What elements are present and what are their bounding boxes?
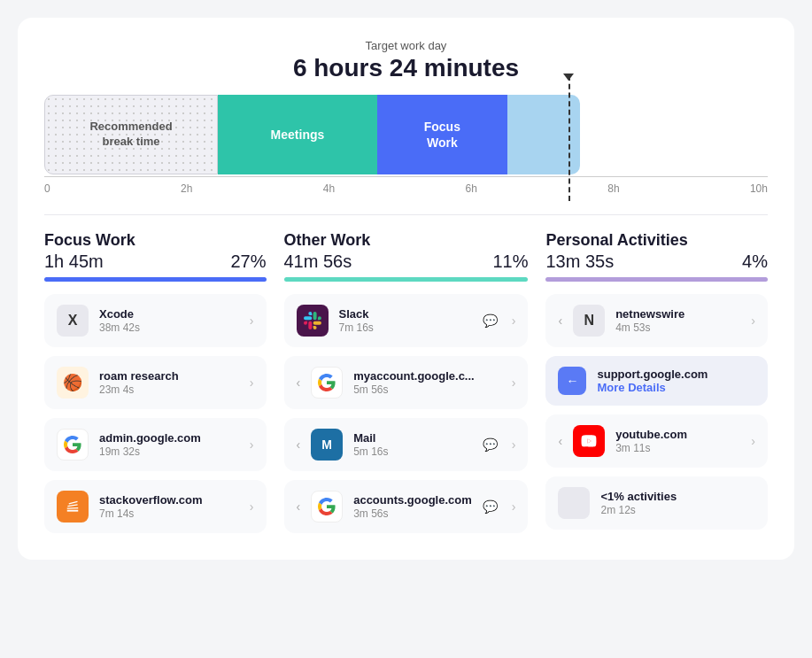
netnewswire-name: netnewswire — [615, 307, 740, 321]
netnewswire-time: 4m 53s — [615, 321, 740, 334]
slack-chat-icon: 💬 — [483, 314, 498, 328]
stackoverflow-icon — [57, 491, 89, 523]
netnewswire-left-arrow: ‹ — [558, 314, 562, 328]
admin-google-icon — [57, 429, 89, 461]
stackoverflow-name: stackoverflow.com — [99, 493, 239, 507]
personal-app-list: ‹ N netnewswire 4m 53s › ← support.googl… — [545, 294, 768, 530]
other-work-bar — [284, 277, 529, 282]
xcode-time: 38m 42s — [99, 321, 239, 334]
xcode-arrow: › — [250, 314, 254, 328]
accounts-chat-icon: 💬 — [483, 499, 498, 514]
app-item-myaccount[interactable]: ‹ myaccount.google.c... 5m 56s › — [284, 356, 529, 409]
roam-info: roam research 23m 4s — [99, 369, 239, 396]
x-label-8h: 8h — [607, 182, 619, 195]
mail-chat-icon: 💬 — [483, 437, 498, 452]
support-google-link[interactable]: More Details — [597, 381, 755, 394]
bar-break: Recommendedbreak time — [44, 95, 218, 174]
app-item-support-google[interactable]: ← support.google.com More Details — [545, 356, 768, 406]
netnewswire-arrow: › — [751, 314, 755, 328]
roam-time: 23m 4s — [99, 383, 239, 396]
other-app-list: Slack 7m 16s 💬 › ‹ myaccount.google.c...… — [284, 294, 529, 533]
app-item-slack[interactable]: Slack 7m 16s 💬 › — [284, 294, 529, 347]
admin-google-arrow: › — [250, 437, 254, 452]
slack-time: 7m 16s — [339, 321, 472, 334]
x-axis: 0 2h 4h 6h 8h 10h — [44, 177, 768, 195]
app-item-stackoverflow[interactable]: stackoverflow.com 7m 14s › — [44, 480, 267, 533]
bar-focus: FocusWork — [377, 95, 507, 174]
x-label-4h: 4h — [323, 182, 335, 195]
xcode-info: Xcode 38m 42s — [99, 307, 239, 334]
focus-work-label: Focus Work — [44, 231, 267, 250]
youtube-icon — [573, 425, 605, 457]
support-google-name: support.google.com — [597, 368, 755, 381]
timeline-chart: Recommendedbreak time Meetings FocusWork… — [44, 95, 768, 195]
stats-grid: Focus Work 1h 45m 27% X Xcode 38m 42s › — [44, 231, 768, 533]
app-item-roam[interactable]: 🏀 roam research 23m 4s › — [44, 356, 267, 409]
app-item-youtube[interactable]: ‹ youtube.com 3m 11s › — [545, 414, 768, 468]
svg-rect-0 — [67, 510, 79, 512]
youtube-left-arrow: ‹ — [558, 434, 562, 448]
admin-google-name: admin.google.com — [99, 431, 239, 445]
section-divider — [44, 214, 768, 215]
x-label-0: 0 — [44, 182, 50, 195]
personal-bar — [545, 277, 768, 282]
bars-row: Recommendedbreak time Meetings FocusWork — [44, 95, 768, 174]
mail-name: Mail — [353, 431, 472, 445]
other-work-time: 41m 56s — [284, 252, 352, 272]
mail-icon: M — [311, 429, 343, 461]
focus-app-list: X Xcode 38m 42s › 🏀 roam research 23m 4s… — [44, 294, 267, 533]
slack-name: Slack — [339, 307, 472, 321]
header: Target work day 6 hours 24 minutes — [44, 39, 768, 82]
svg-rect-2 — [67, 504, 77, 507]
slack-icon — [297, 305, 329, 337]
focus-work-time: 1h 45m — [44, 252, 104, 272]
myaccount-time: 5m 56s — [353, 383, 501, 396]
youtube-info: youtube.com 3m 11s — [615, 428, 740, 454]
app-item-admin-google[interactable]: admin.google.com 19m 32s › — [44, 418, 267, 471]
small-activities-icon — [558, 487, 590, 519]
xcode-icon: X — [57, 305, 89, 337]
focus-work-stats: 1h 45m 27% — [44, 252, 267, 272]
personal-pct: 4% — [742, 252, 768, 272]
myaccount-arrow: › — [512, 375, 516, 390]
header-subtitle: Target work day — [44, 39, 768, 52]
small-activities-info: <1% activities 2m 12s — [600, 490, 755, 516]
myaccount-left-arrow: ‹ — [297, 375, 301, 390]
app-item-accounts-google[interactable]: ‹ accounts.google.com 3m 56s 💬 › — [284, 480, 529, 533]
accounts-arrow: › — [512, 499, 516, 514]
mail-info: Mail 5m 16s — [353, 431, 472, 458]
admin-google-time: 19m 32s — [99, 445, 239, 458]
app-item-mail[interactable]: ‹ M Mail 5m 16s 💬 › — [284, 418, 529, 471]
svg-rect-3 — [69, 501, 78, 505]
svg-rect-1 — [67, 507, 79, 509]
x-label-6h: 6h — [465, 182, 476, 195]
other-work-col: Other Work 41m 56s 11% Slack 7m 16s 💬 — [284, 231, 529, 533]
accounts-left-arrow: ‹ — [297, 499, 301, 514]
myaccount-info: myaccount.google.c... 5m 56s — [353, 369, 501, 396]
focus-work-bar — [44, 277, 267, 282]
accounts-google-name: accounts.google.com — [353, 493, 472, 507]
mail-left-arrow: ‹ — [297, 437, 301, 452]
roam-name: roam research — [99, 369, 239, 383]
app-item-small-activities[interactable]: <1% activities 2m 12s — [545, 476, 768, 530]
focus-work-col: Focus Work 1h 45m 27% X Xcode 38m 42s › — [44, 231, 267, 533]
youtube-name: youtube.com — [615, 428, 740, 441]
youtube-time: 3m 11s — [615, 442, 740, 454]
small-activities-name: <1% activities — [600, 490, 755, 503]
netnewswire-icon: N — [573, 305, 605, 337]
app-item-xcode[interactable]: X Xcode 38m 42s › — [44, 294, 267, 347]
accounts-google-icon — [311, 491, 343, 523]
myaccount-name: myaccount.google.c... — [353, 369, 501, 383]
other-work-pct: 11% — [492, 252, 528, 272]
header-title: 6 hours 24 minutes — [44, 54, 768, 82]
myaccount-icon — [311, 367, 343, 399]
slack-arrow: › — [512, 314, 516, 328]
support-google-info: support.google.com More Details — [597, 368, 755, 394]
mail-arrow: › — [512, 437, 516, 452]
stackoverflow-info: stackoverflow.com 7m 14s — [99, 493, 239, 520]
small-activities-time: 2m 12s — [600, 504, 755, 516]
roam-arrow: › — [250, 375, 254, 390]
bar-meetings: Meetings — [218, 95, 377, 174]
accounts-google-time: 3m 56s — [353, 507, 472, 520]
app-item-netnewswire[interactable]: ‹ N netnewswire 4m 53s › — [545, 294, 768, 347]
